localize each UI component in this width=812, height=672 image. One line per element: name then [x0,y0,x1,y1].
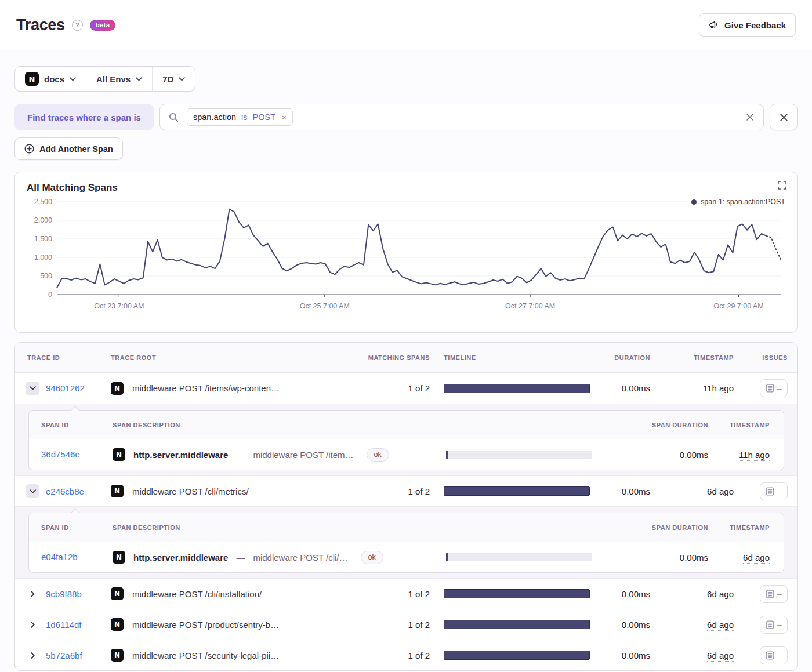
plus-circle-icon [24,144,34,154]
matching-spans-cell: 1 of 2 [349,620,430,630]
expand-trace-button[interactable] [26,617,39,631]
trace-timeline-bar [444,589,590,598]
trace-timeline-bar [444,486,590,496]
trace-id-cell: e246cb8e [15,484,111,498]
expand-chart-icon[interactable] [778,181,786,192]
trace-root-label: middleware POST /product/sentry-b… [132,620,279,630]
trace-timeline-bar [444,620,590,629]
header-span-duration: SPAN DURATION [606,422,708,428]
page-header: Traces ? beta Give Feedback [0,0,812,50]
trace-id-link[interactable]: 5b72a6bf [46,651,82,660]
issues-count: – [777,651,782,660]
trace-row: 1d6114df Nmiddleware POST /product/sentr… [15,609,797,640]
trace-id-link[interactable]: e246cb8e [46,486,84,496]
header-span-timestamp: TIMESTAMP [708,524,784,531]
issues-count: – [777,384,782,393]
issues-icon [766,620,774,629]
expand-trace-button[interactable] [26,587,39,601]
filter-token[interactable]: span.action is POST × [187,108,293,126]
header-span-id: SPAN ID [29,422,113,428]
timestamp-value[interactable]: 6d ago [707,589,734,600]
trace-id-cell: 1d6114df [15,617,111,631]
give-feedback-button[interactable]: Give Feedback [699,13,796,37]
span-description: middleware POST /cli/… [253,553,347,562]
date-range-filter[interactable]: 7D [152,67,195,91]
duration-cell: 0.00ms [590,589,650,599]
duration-cell: 0.00ms [590,383,650,393]
issues-button[interactable]: – [760,482,788,500]
issues-button[interactable]: – [760,379,788,397]
token-remove-icon[interactable]: × [281,113,287,122]
nextjs-icon: N [111,649,124,662]
chart-legend[interactable]: span 1: span.action:POST [691,198,785,206]
timestamp-cell: 6d ago [650,589,734,599]
add-another-span-button[interactable]: Add Another Span [14,137,123,160]
issues-button[interactable]: – [760,646,788,664]
trace-id-cell: 9cb9f88b [15,587,111,601]
matching-spans-cell: 1 of 2 [349,486,430,496]
expanded-span-zone: SPAN ID SPAN DESCRIPTION SPAN DURATION T… [15,404,797,475]
legend-label: span 1: span.action:POST [701,198,785,206]
trace-id-link[interactable]: 94601262 [46,383,85,393]
expanded-span-zone: SPAN ID SPAN DESCRIPTION SPAN DURATION T… [15,506,797,578]
svg-text:500: 500 [40,272,52,280]
description-separator: — [236,553,245,562]
trace-id-link[interactable]: 1d6114df [46,620,81,630]
help-icon[interactable]: ? [72,20,83,31]
issues-count: – [777,486,782,496]
collapse-trace-button[interactable] [26,382,39,395]
svg-text:2,500: 2,500 [34,198,52,206]
span-op: http.server.middleware [133,553,228,562]
span-search-input[interactable]: span.action is POST × [160,104,764,130]
search-icon [169,112,179,122]
chevron-down-icon [179,77,185,81]
header-span-timestamp: TIMESTAMP [708,422,784,428]
collapse-trace-button[interactable] [26,484,39,498]
span-op: http.server.middleware [133,450,228,460]
span-timeline-cell [446,451,606,459]
trace-id-link[interactable]: 9cb9f88b [46,589,82,599]
nextjs-icon: N [111,485,124,497]
environment-filter[interactable]: All Envs [86,67,152,91]
trace-root-cell: Nmiddleware POST /security-legal-pii… [111,649,349,662]
span-status-badge: ok [361,551,383,564]
trace-row: 5b72a6bf Nmiddleware POST /security-lega… [15,640,797,670]
issues-button[interactable]: – [760,585,788,603]
trace-id-cell: 94601262 [15,382,111,395]
add-another-span-label: Add Another Span [39,144,113,154]
trace-root-label: middleware POST /security-legal-pii… [132,651,279,660]
issues-icon [766,651,774,660]
issues-cell: – [734,646,797,664]
nextjs-icon: N [111,382,124,395]
trace-table-header: TRACE ID TRACE ROOT MATCHING SPANS TIMEL… [15,343,797,373]
svg-text:Oct 25 7:00 AM: Oct 25 7:00 AM [300,302,350,310]
page-title: Traces [16,16,65,34]
nextjs-icon: N [111,618,124,631]
trace-row: 9cb9f88b Nmiddleware POST /cli/installat… [15,578,797,609]
chevron-down-icon [70,77,76,81]
issues-count: – [777,620,782,629]
clear-search-icon[interactable] [745,112,755,122]
remove-span-button[interactable] [770,104,798,130]
header-span-description: SPAN DESCRIPTION [113,524,446,531]
issues-button[interactable]: – [760,616,788,634]
beta-badge: beta [90,20,115,31]
title-wrap: Traces ? beta [16,16,115,34]
span-timestamp-value[interactable]: 6d ago [743,553,770,564]
timestamp-value[interactable]: 6d ago [707,620,734,631]
timestamp-value[interactable]: 6d ago [707,651,734,662]
legend-dot [691,199,697,205]
span-sub-table: SPAN ID SPAN DESCRIPTION SPAN DURATION T… [28,513,784,573]
expand-trace-button[interactable] [26,648,39,662]
span-timestamp-value[interactable]: 11h ago [739,450,770,461]
spans-line-chart: 05001,0001,5002,0002,500Oct 23 7:00 AMOc… [27,197,785,320]
timestamp-value[interactable]: 6d ago [707,486,734,497]
timestamp-value[interactable]: 11h ago [703,383,734,394]
timestamp-cell: 6d ago [650,486,734,496]
span-id-cell: 36d7546e [29,449,113,460]
span-id-link[interactable]: 36d7546e [41,449,80,459]
timeline-cell [430,589,590,598]
project-filter[interactable]: N docs [15,67,86,91]
span-id-link[interactable]: e04fa12b [41,552,78,562]
span-row: 36d7546e N http.server.middleware — midd… [29,439,784,470]
